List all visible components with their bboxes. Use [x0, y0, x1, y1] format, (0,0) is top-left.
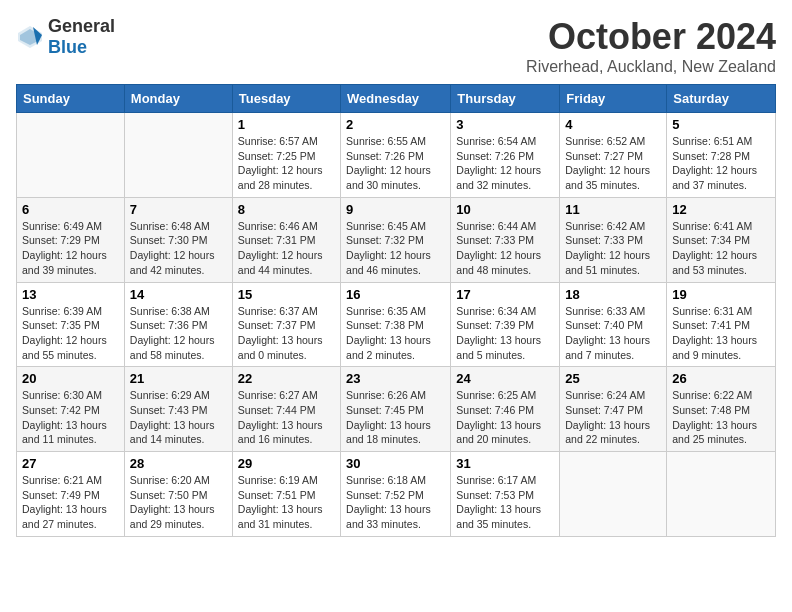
calendar-cell: 13Sunrise: 6:39 AM Sunset: 7:35 PM Dayli…: [17, 282, 125, 367]
day-info: Sunrise: 6:24 AM Sunset: 7:47 PM Dayligh…: [565, 388, 661, 447]
day-number: 15: [238, 287, 335, 302]
day-number: 18: [565, 287, 661, 302]
weekday-header-sunday: Sunday: [17, 85, 125, 113]
calendar-cell: 28Sunrise: 6:20 AM Sunset: 7:50 PM Dayli…: [124, 452, 232, 537]
day-info: Sunrise: 6:51 AM Sunset: 7:28 PM Dayligh…: [672, 134, 770, 193]
day-number: 26: [672, 371, 770, 386]
day-info: Sunrise: 6:37 AM Sunset: 7:37 PM Dayligh…: [238, 304, 335, 363]
calendar-cell: 2Sunrise: 6:55 AM Sunset: 7:26 PM Daylig…: [341, 113, 451, 198]
day-info: Sunrise: 6:26 AM Sunset: 7:45 PM Dayligh…: [346, 388, 445, 447]
day-number: 7: [130, 202, 227, 217]
location: Riverhead, Auckland, New Zealand: [526, 58, 776, 76]
day-info: Sunrise: 6:48 AM Sunset: 7:30 PM Dayligh…: [130, 219, 227, 278]
logo-blue: Blue: [48, 37, 87, 57]
day-number: 16: [346, 287, 445, 302]
calendar-cell: 19Sunrise: 6:31 AM Sunset: 7:41 PM Dayli…: [667, 282, 776, 367]
day-info: Sunrise: 6:41 AM Sunset: 7:34 PM Dayligh…: [672, 219, 770, 278]
day-number: 10: [456, 202, 554, 217]
day-info: Sunrise: 6:54 AM Sunset: 7:26 PM Dayligh…: [456, 134, 554, 193]
day-number: 8: [238, 202, 335, 217]
calendar-cell: 10Sunrise: 6:44 AM Sunset: 7:33 PM Dayli…: [451, 197, 560, 282]
day-number: 31: [456, 456, 554, 471]
day-number: 30: [346, 456, 445, 471]
calendar-week-row: 6Sunrise: 6:49 AM Sunset: 7:29 PM Daylig…: [17, 197, 776, 282]
calendar-cell: 21Sunrise: 6:29 AM Sunset: 7:43 PM Dayli…: [124, 367, 232, 452]
weekday-header-friday: Friday: [560, 85, 667, 113]
day-number: 19: [672, 287, 770, 302]
day-info: Sunrise: 6:25 AM Sunset: 7:46 PM Dayligh…: [456, 388, 554, 447]
weekday-header-tuesday: Tuesday: [232, 85, 340, 113]
day-number: 5: [672, 117, 770, 132]
day-number: 17: [456, 287, 554, 302]
calendar-cell: [667, 452, 776, 537]
day-info: Sunrise: 6:18 AM Sunset: 7:52 PM Dayligh…: [346, 473, 445, 532]
day-number: 22: [238, 371, 335, 386]
day-number: 21: [130, 371, 227, 386]
day-info: Sunrise: 6:30 AM Sunset: 7:42 PM Dayligh…: [22, 388, 119, 447]
day-number: 4: [565, 117, 661, 132]
day-number: 6: [22, 202, 119, 217]
calendar-cell: 9Sunrise: 6:45 AM Sunset: 7:32 PM Daylig…: [341, 197, 451, 282]
calendar-week-row: 13Sunrise: 6:39 AM Sunset: 7:35 PM Dayli…: [17, 282, 776, 367]
day-number: 11: [565, 202, 661, 217]
day-info: Sunrise: 6:52 AM Sunset: 7:27 PM Dayligh…: [565, 134, 661, 193]
day-number: 28: [130, 456, 227, 471]
day-info: Sunrise: 6:19 AM Sunset: 7:51 PM Dayligh…: [238, 473, 335, 532]
day-info: Sunrise: 6:20 AM Sunset: 7:50 PM Dayligh…: [130, 473, 227, 532]
weekday-header-saturday: Saturday: [667, 85, 776, 113]
page-header: General Blue October 2024 Riverhead, Auc…: [16, 16, 776, 76]
weekday-header-thursday: Thursday: [451, 85, 560, 113]
calendar-cell: 16Sunrise: 6:35 AM Sunset: 7:38 PM Dayli…: [341, 282, 451, 367]
calendar-week-row: 1Sunrise: 6:57 AM Sunset: 7:25 PM Daylig…: [17, 113, 776, 198]
day-number: 2: [346, 117, 445, 132]
calendar-cell: 17Sunrise: 6:34 AM Sunset: 7:39 PM Dayli…: [451, 282, 560, 367]
day-number: 3: [456, 117, 554, 132]
calendar-cell: 12Sunrise: 6:41 AM Sunset: 7:34 PM Dayli…: [667, 197, 776, 282]
logo-text: General Blue: [48, 16, 115, 58]
title-area: October 2024 Riverhead, Auckland, New Ze…: [526, 16, 776, 76]
calendar-week-row: 27Sunrise: 6:21 AM Sunset: 7:49 PM Dayli…: [17, 452, 776, 537]
day-info: Sunrise: 6:34 AM Sunset: 7:39 PM Dayligh…: [456, 304, 554, 363]
calendar-cell: [17, 113, 125, 198]
calendar-cell: 14Sunrise: 6:38 AM Sunset: 7:36 PM Dayli…: [124, 282, 232, 367]
calendar-cell: 8Sunrise: 6:46 AM Sunset: 7:31 PM Daylig…: [232, 197, 340, 282]
day-number: 27: [22, 456, 119, 471]
day-info: Sunrise: 6:33 AM Sunset: 7:40 PM Dayligh…: [565, 304, 661, 363]
day-number: 25: [565, 371, 661, 386]
day-info: Sunrise: 6:27 AM Sunset: 7:44 PM Dayligh…: [238, 388, 335, 447]
weekday-header-monday: Monday: [124, 85, 232, 113]
day-number: 12: [672, 202, 770, 217]
month-title: October 2024: [526, 16, 776, 58]
day-number: 20: [22, 371, 119, 386]
day-number: 1: [238, 117, 335, 132]
calendar-cell: 5Sunrise: 6:51 AM Sunset: 7:28 PM Daylig…: [667, 113, 776, 198]
calendar-cell: 20Sunrise: 6:30 AM Sunset: 7:42 PM Dayli…: [17, 367, 125, 452]
calendar-cell: 23Sunrise: 6:26 AM Sunset: 7:45 PM Dayli…: [341, 367, 451, 452]
day-info: Sunrise: 6:46 AM Sunset: 7:31 PM Dayligh…: [238, 219, 335, 278]
calendar-cell: 3Sunrise: 6:54 AM Sunset: 7:26 PM Daylig…: [451, 113, 560, 198]
calendar-week-row: 20Sunrise: 6:30 AM Sunset: 7:42 PM Dayli…: [17, 367, 776, 452]
day-info: Sunrise: 6:55 AM Sunset: 7:26 PM Dayligh…: [346, 134, 445, 193]
weekday-header-wednesday: Wednesday: [341, 85, 451, 113]
day-info: Sunrise: 6:29 AM Sunset: 7:43 PM Dayligh…: [130, 388, 227, 447]
calendar-cell: 4Sunrise: 6:52 AM Sunset: 7:27 PM Daylig…: [560, 113, 667, 198]
calendar-cell: 25Sunrise: 6:24 AM Sunset: 7:47 PM Dayli…: [560, 367, 667, 452]
calendar-cell: 7Sunrise: 6:48 AM Sunset: 7:30 PM Daylig…: [124, 197, 232, 282]
calendar-cell: 29Sunrise: 6:19 AM Sunset: 7:51 PM Dayli…: [232, 452, 340, 537]
calendar-table: SundayMondayTuesdayWednesdayThursdayFrid…: [16, 84, 776, 537]
logo: General Blue: [16, 16, 115, 58]
day-info: Sunrise: 6:44 AM Sunset: 7:33 PM Dayligh…: [456, 219, 554, 278]
day-number: 13: [22, 287, 119, 302]
calendar-cell: 11Sunrise: 6:42 AM Sunset: 7:33 PM Dayli…: [560, 197, 667, 282]
day-number: 29: [238, 456, 335, 471]
day-info: Sunrise: 6:57 AM Sunset: 7:25 PM Dayligh…: [238, 134, 335, 193]
calendar-cell: 27Sunrise: 6:21 AM Sunset: 7:49 PM Dayli…: [17, 452, 125, 537]
calendar-cell: 18Sunrise: 6:33 AM Sunset: 7:40 PM Dayli…: [560, 282, 667, 367]
calendar-cell: 30Sunrise: 6:18 AM Sunset: 7:52 PM Dayli…: [341, 452, 451, 537]
day-info: Sunrise: 6:31 AM Sunset: 7:41 PM Dayligh…: [672, 304, 770, 363]
day-info: Sunrise: 6:22 AM Sunset: 7:48 PM Dayligh…: [672, 388, 770, 447]
calendar-cell: 15Sunrise: 6:37 AM Sunset: 7:37 PM Dayli…: [232, 282, 340, 367]
day-number: 23: [346, 371, 445, 386]
day-info: Sunrise: 6:49 AM Sunset: 7:29 PM Dayligh…: [22, 219, 119, 278]
day-info: Sunrise: 6:42 AM Sunset: 7:33 PM Dayligh…: [565, 219, 661, 278]
